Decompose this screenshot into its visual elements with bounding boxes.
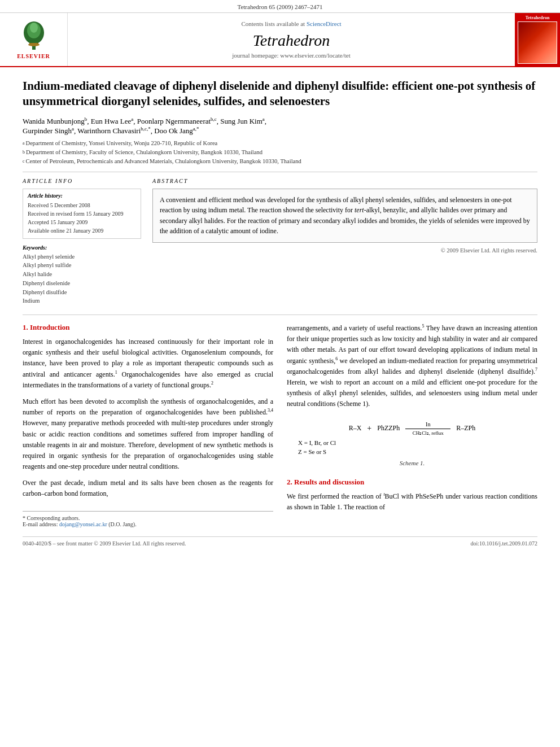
- journal-center: Contents lists available at ScienceDirec…: [68, 13, 515, 66]
- solvent-label: CH₂Cl₂, reflux: [413, 430, 444, 436]
- elsevier-wordmark: ELSEVIER: [17, 53, 50, 59]
- abstract-col: ABSTRACT A convenient and efficient meth…: [152, 178, 537, 306]
- article-history-box: Article history: Received 5 December 200…: [23, 189, 141, 239]
- abstract-text: A convenient and efficient method was de…: [152, 189, 537, 243]
- keyword-2: Alkyl phenyl sulfide: [23, 261, 141, 270]
- footnote-section: * Corresponding authors. E-mail address:…: [23, 511, 273, 527]
- abstract-header: ABSTRACT: [152, 178, 537, 184]
- cover-image: [518, 21, 557, 64]
- intro-para-2: Much effort has been devoted to accompli…: [23, 396, 273, 472]
- scheme-product: R–ZPh: [456, 424, 475, 433]
- affiliations: aDepartment of Chemistry, Yonsei Univers…: [23, 139, 537, 165]
- history-received: Received 5 December 2008: [28, 201, 136, 209]
- intro-para-4: rearrangements, and a variety of useful …: [287, 323, 537, 410]
- footnote-star: * Corresponding authors.: [23, 515, 273, 521]
- header-divider: [23, 172, 537, 172]
- scheme-caption: Scheme 1.: [287, 460, 537, 466]
- scheme-z-label: Z = Se or S: [287, 448, 537, 455]
- scheme-reactant-phzzph: PhZZPh: [377, 424, 400, 433]
- results-title: 2. Results and discussion: [287, 478, 537, 487]
- sciencedirect-link[interactable]: ScienceDirect: [307, 20, 342, 27]
- body-section: 1. Introduction Interest in organochalco…: [23, 323, 537, 527]
- info-abstract-section: ARTICLE INFO Article history: Received 5…: [23, 178, 537, 306]
- sciencedirect-label: Contents lists available at ScienceDirec…: [241, 20, 341, 27]
- history-revised: Received in revised form 15 January 2009: [28, 209, 136, 218]
- history-accepted: Accepted 15 January 2009: [28, 218, 136, 226]
- copyright-line: © 2009 Elsevier Ltd. All rights reserved…: [152, 247, 537, 254]
- article-info-header: ARTICLE INFO: [23, 178, 141, 184]
- results-para-1: We first performed the reaction of tBuCl…: [287, 491, 537, 513]
- main-content: Indium-mediated cleavage of diphenyl dis…: [0, 67, 560, 558]
- cover-label: Tetrahedron: [526, 15, 550, 20]
- journal-header: ELSEVIER Contents lists available at Sci…: [0, 13, 560, 67]
- journal-citation: Tetrahedron 65 (2009) 2467–2471: [0, 0, 560, 13]
- keyword-6: Indium: [23, 296, 141, 305]
- article-info-col: ARTICLE INFO Article history: Received 5…: [23, 178, 141, 306]
- keywords-section: Keywords: Alkyl phenyl selenide Alkyl ph…: [23, 244, 141, 306]
- authors-line: Wanida Munbunjongb, Eun Hwa Leea, Poonla…: [23, 116, 537, 136]
- content-divider: [23, 314, 537, 315]
- journal-cover: Tetrahedron: [515, 13, 560, 66]
- scheme-reaction: R–X + PhZZPh In CH₂Cl₂, reflux R–ZPh: [287, 421, 537, 436]
- doi-text: doi:10.1016/j.tet.2009.01.072: [470, 540, 537, 547]
- scheme-1-box: R–X + PhZZPh In CH₂Cl₂, reflux R–ZPh X =…: [287, 421, 537, 466]
- body-right-col: rearrangements, and a variety of useful …: [287, 323, 537, 527]
- article-title: Indium-mediated cleavage of diphenyl dis…: [23, 78, 537, 110]
- scheme-x-label: X = I, Br, or Cl: [287, 439, 537, 446]
- bottom-bar: 0040-4020/$ – see front matter © 2009 El…: [23, 536, 537, 547]
- journal-title: Tetrahedron: [253, 32, 330, 50]
- keyword-4: Diphenyl diselenide: [23, 279, 141, 288]
- intro-title: 1. Introduction: [23, 323, 273, 332]
- arrow-line: [405, 429, 450, 429]
- journal-homepage: journal homepage: www.elsevier.com/locat…: [232, 52, 350, 59]
- keywords-title: Keywords:: [23, 244, 141, 251]
- intro-para-3: Over the past decade, indium metal and i…: [23, 478, 273, 499]
- reaction-condition: In CH₂Cl₂, reflux: [405, 421, 450, 436]
- elsevier-logo: ELSEVIER: [0, 13, 68, 66]
- keyword-3: Alkyl halide: [23, 270, 141, 279]
- scheme-reactant-rx: R–X: [349, 424, 362, 433]
- svg-point-3: [30, 23, 38, 33]
- history-title: Article history:: [28, 193, 136, 199]
- keyword-1: Alkyl phenyl selenide: [23, 252, 141, 261]
- footnote-email: E-mail address: dojang@yonsei.ac.kr (D.O…: [23, 521, 273, 527]
- keyword-5: Diphenyl disulfide: [23, 288, 141, 297]
- elsevier-tree-icon: [17, 20, 51, 51]
- reagent-In: In: [426, 421, 430, 427]
- history-online: Available online 21 January 2009: [28, 226, 136, 235]
- citation-text: Tetrahedron 65 (2009) 2467–2471: [237, 3, 322, 10]
- issn-text: 0040-4020/$ – see front matter © 2009 El…: [23, 540, 186, 547]
- email-link[interactable]: dojang@yonsei.ac.kr: [59, 521, 107, 527]
- scheme-plus-1: +: [367, 424, 371, 433]
- svg-point-5: [28, 43, 40, 46]
- body-left-col: 1. Introduction Interest in organochalco…: [23, 323, 273, 527]
- intro-para-1: Interest in organochalcogenides has incr…: [23, 337, 273, 391]
